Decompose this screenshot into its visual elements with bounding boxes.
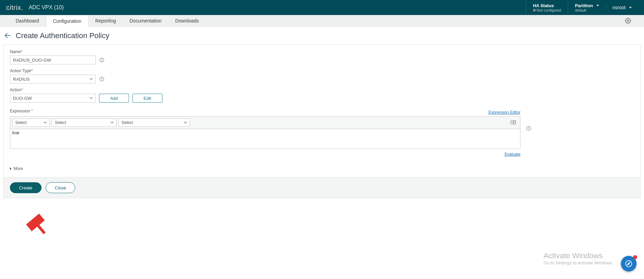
expression-editor-link[interactable]: Expression Editor <box>488 110 520 115</box>
svg-point-0 <box>627 20 629 21</box>
user-menu[interactable]: nsroot <box>606 5 638 10</box>
brand-logo: citrix. <box>6 4 23 12</box>
gear-icon <box>625 18 631 24</box>
main-tabs: Dashboard Configuration Reporting Docume… <box>0 15 644 27</box>
page-title: Create Authentication Policy <box>16 31 109 40</box>
backspace-icon <box>510 120 516 125</box>
action-label: Action* <box>10 88 634 92</box>
expr-select-3[interactable] <box>118 119 190 127</box>
action-type-select[interactable] <box>10 75 96 83</box>
close-button[interactable]: Close <box>46 182 75 193</box>
chevron-down-icon <box>629 7 632 9</box>
expression-toolbar <box>10 116 520 129</box>
settings-gear[interactable] <box>621 15 635 26</box>
ha-status-value: Not configured <box>537 8 561 12</box>
tab-documentation[interactable]: Documentation <box>123 15 168 26</box>
expression-label: Expression * <box>10 109 33 113</box>
product-name: ADC VPX (10) <box>29 4 64 11</box>
expr-select-2[interactable] <box>52 119 116 127</box>
caret-right-icon <box>10 167 12 170</box>
tab-reporting[interactable]: Reporting <box>88 15 123 26</box>
app-header: citrix. ADC VPX (10) HA Status Not confi… <box>0 0 644 15</box>
partition-value: default <box>575 8 599 12</box>
clear-expression[interactable] <box>510 120 518 126</box>
status-indicator-dot <box>533 9 536 12</box>
partition-block[interactable]: Partition default <box>568 2 606 14</box>
action-type-value[interactable] <box>10 75 96 83</box>
action-type-label: Action Type* <box>10 68 634 73</box>
form-footer: Create Close <box>4 177 640 198</box>
ha-status-block[interactable]: HA Status Not configured <box>526 2 568 14</box>
action-type-info[interactable] <box>99 76 104 82</box>
back-button[interactable] <box>4 32 12 40</box>
info-icon <box>526 126 531 131</box>
expression-textarea[interactable] <box>10 129 520 149</box>
more-toggle[interactable]: More <box>10 164 634 174</box>
evaluate-link[interactable]: Evaluate <box>504 152 520 157</box>
svg-point-4 <box>101 59 102 59</box>
page-title-row: Create Authentication Policy <box>0 27 644 44</box>
expr-select-1[interactable] <box>12 119 50 127</box>
name-input[interactable] <box>10 56 96 64</box>
action-select[interactable] <box>10 94 96 103</box>
name-label: Name* <box>10 49 634 54</box>
svg-point-12 <box>528 127 529 127</box>
partition-title: Partition <box>575 3 593 8</box>
info-icon <box>99 76 104 82</box>
tab-downloads[interactable]: Downloads <box>168 15 206 26</box>
name-info[interactable] <box>99 57 104 63</box>
info-icon <box>99 57 104 63</box>
edit-button[interactable]: Edit <box>132 94 162 103</box>
expression-info[interactable] <box>526 126 531 131</box>
chevron-down-icon <box>596 5 599 6</box>
back-arrow-icon <box>4 32 12 40</box>
more-label: More <box>14 166 23 171</box>
form-panel: Name* Action Type* <box>3 44 641 198</box>
create-button[interactable]: Create <box>10 182 42 193</box>
action-value[interactable] <box>10 94 96 103</box>
user-name: nsroot <box>612 5 626 10</box>
tab-configuration[interactable]: Configuration <box>46 15 88 27</box>
tab-dashboard[interactable]: Dashboard <box>9 15 46 26</box>
ha-status-title: HA Status <box>533 3 554 8</box>
svg-point-7 <box>101 78 102 78</box>
add-button[interactable]: Add <box>99 94 129 103</box>
